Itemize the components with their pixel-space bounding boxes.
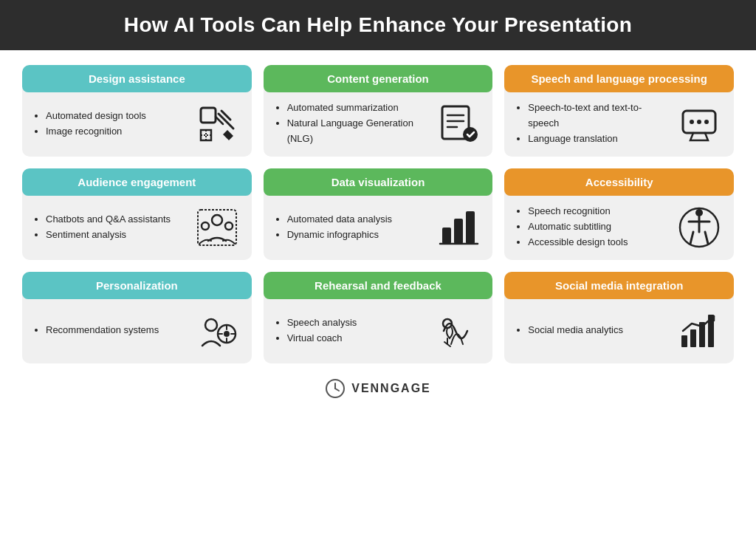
rehearsal-icon [434, 307, 482, 355]
card-text-rehearsal-feedback: Speech analysisVirtual coach [274, 315, 357, 346]
card-content-generation: Content generationAutomated summarizatio… [264, 65, 493, 157]
card-text-accessibility: Speech recognitionAutomatic subtitlingAc… [515, 204, 628, 250]
list-item: Language translation [528, 131, 670, 147]
brand-logo: VENNGAGE [325, 378, 431, 399]
list-item: Speech recognition [528, 204, 628, 219]
card-header-data-visualization: Data visualization [264, 168, 493, 196]
card-header-social-media: Social media integration [504, 272, 734, 299]
svg-rect-38 [690, 329, 696, 347]
list-item: Automatic subtitling [528, 219, 628, 235]
list-item: Speech-to-text and text-to-speech [528, 100, 670, 131]
card-body-accessibility: Speech recognitionAutomatic subtitlingAc… [504, 196, 734, 251]
card-body-speech-language: Speech-to-text and text-to-speechLanguag… [504, 92, 734, 148]
svg-point-27 [205, 319, 217, 331]
clock-icon [325, 378, 346, 399]
svg-rect-20 [454, 219, 463, 244]
svg-point-13 [697, 120, 701, 124]
card-speech-language: Speech and language processingSpeech-to-… [504, 65, 734, 157]
list-item: Speech analysis [287, 315, 357, 331]
card-body-personalization: Recommendation systems [22, 299, 252, 355]
svg-line-43 [335, 389, 339, 391]
svg-point-33 [224, 331, 230, 337]
svg-point-15 [212, 215, 222, 225]
card-header-personalization: Personalization [22, 272, 252, 299]
svg-rect-19 [442, 228, 451, 244]
card-text-design-assistance: Automated design toolsImage recognition [32, 109, 146, 140]
page-title: How AI Tools Can Help Enhance Your Prese… [15, 13, 741, 37]
content-icon [434, 100, 482, 148]
card-text-social-media: Social media analytics [515, 323, 623, 338]
svg-point-14 [704, 120, 709, 124]
data-icon [434, 203, 482, 251]
card-body-social-media: Social media analytics [504, 299, 734, 355]
speech-icon [676, 100, 724, 148]
list-item: Accessible design tools [528, 235, 628, 250]
footer: VENNGAGE [0, 371, 756, 399]
svg-point-10 [463, 127, 478, 142]
audience-icon [193, 203, 241, 251]
card-text-personalization: Recommendation systems [32, 323, 159, 338]
design-icon [193, 100, 241, 148]
svg-point-16 [202, 222, 209, 230]
card-text-speech-language: Speech-to-text and text-to-speechLanguag… [515, 100, 670, 146]
card-header-speech-language: Speech and language processing [504, 65, 734, 92]
list-item: Chatbots and Q&A assistants [46, 212, 171, 228]
card-body-audience-engagement: Chatbots and Q&A assistantsSentiment ana… [22, 196, 252, 251]
personalization-icon [193, 307, 241, 355]
card-header-content-generation: Content generation [264, 65, 493, 92]
card-personalization: PersonalizationRecommendation systems [22, 272, 252, 363]
svg-rect-0 [201, 108, 216, 123]
list-item: Natural Language Generation (NLG) [287, 116, 429, 147]
list-item: Automated summarization [287, 100, 429, 116]
social-icon [676, 307, 724, 355]
list-item: Social media analytics [528, 323, 623, 338]
svg-rect-21 [466, 211, 475, 244]
card-audience-engagement: Audience engagementChatbots and Q&A assi… [22, 168, 252, 260]
svg-point-12 [690, 120, 694, 124]
list-item: Sentiment analysis [46, 228, 171, 243]
list-item: Recommendation systems [46, 323, 159, 338]
card-design-assistance: Design assistanceAutomated design toolsI… [22, 65, 252, 157]
card-body-data-visualization: Automated data analysisDynamic infograph… [264, 196, 493, 251]
card-body-design-assistance: Automated design toolsImage recognition [22, 92, 252, 148]
card-social-media: Social media integrationSocial media ana… [504, 272, 734, 363]
card-text-audience-engagement: Chatbots and Q&A assistantsSentiment ana… [32, 212, 171, 243]
page-header: How AI Tools Can Help Enhance Your Prese… [0, 0, 756, 50]
brand-name: VENNGAGE [351, 382, 431, 395]
card-body-rehearsal-feedback: Speech analysisVirtual coach [264, 299, 493, 355]
main-content: Design assistanceAutomated design toolsI… [0, 50, 756, 371]
list-item: Image recognition [46, 124, 146, 140]
card-accessibility: AccessibilitySpeech recognitionAutomatic… [504, 168, 734, 260]
svg-point-17 [225, 222, 233, 230]
list-item: Automated data analysis [287, 212, 392, 228]
card-header-accessibility: Accessibility [504, 168, 734, 196]
cards-grid: Design assistanceAutomated design toolsI… [22, 65, 734, 363]
card-data-visualization: Data visualizationAutomated data analysi… [264, 168, 493, 260]
list-item: Virtual coach [287, 331, 357, 346]
card-text-content-generation: Automated summarizationNatural Language … [274, 100, 429, 146]
card-text-data-visualization: Automated data analysisDynamic infograph… [274, 212, 392, 243]
card-header-audience-engagement: Audience engagement [22, 168, 252, 196]
card-body-content-generation: Automated summarizationNatural Language … [264, 92, 493, 148]
card-header-rehearsal-feedback: Rehearsal and feedback [264, 272, 493, 299]
list-item: Dynamic infographics [287, 228, 392, 243]
list-item: Automated design tools [46, 109, 146, 124]
accessibility-icon [676, 203, 724, 251]
svg-rect-37 [681, 335, 687, 347]
card-rehearsal-feedback: Rehearsal and feedbackSpeech analysisVir… [264, 272, 493, 363]
card-header-design-assistance: Design assistance [22, 65, 252, 92]
